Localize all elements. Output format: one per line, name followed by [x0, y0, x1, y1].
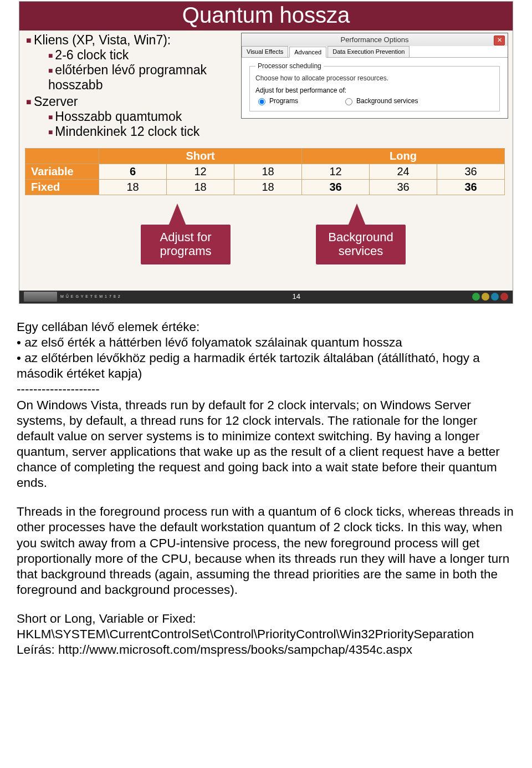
row-fixed: Fixed 18 18 18 36 36 36 [25, 179, 505, 195]
dot-icon [472, 293, 480, 301]
tab-dep[interactable]: Data Execution Prevention [328, 46, 410, 57]
footer-logotext: M Ű E G Y E T E M 1 7 8 2 [60, 294, 121, 298]
university-logo-icon [24, 292, 57, 302]
performance-options-dialog: Performance Options ✕ Visual Effects Adv… [241, 33, 508, 119]
callout-arrow-icon [168, 204, 186, 226]
dialog-tabs: Visual Effects Advanced Data Execution P… [242, 46, 508, 58]
bullet-server-ticks: Mindenkinek 12 clock tick [48, 124, 237, 139]
callouts: Adjust for programs Background services [19, 196, 513, 291]
radio-background-services[interactable]: Background services [342, 96, 418, 105]
callout-background-services: Background services [315, 224, 406, 266]
notes-en-p1: On Windows Vista, threads run by default… [17, 398, 515, 491]
dot-icon [500, 293, 508, 301]
radio-programs-input[interactable] [258, 98, 265, 105]
col-short: Short [99, 148, 302, 164]
close-icon[interactable]: ✕ [494, 35, 505, 45]
slide-footer: M Ű E G Y E T E M 1 7 8 2 14 [19, 291, 513, 303]
dot-icon [482, 293, 489, 301]
notes-hu-b1: • az első érték a háttérben lévő folyama… [17, 335, 515, 350]
row-variable: Variable 6 12 18 12 24 36 [25, 164, 505, 179]
speaker-notes: Egy cellában lévő elemek értéke: • az el… [17, 319, 515, 658]
dialog-title: Performance Options [341, 35, 409, 44]
bullet-list: Kliens (XP, Vista, Win7): 2-6 clock tick… [26, 33, 237, 140]
tab-visual-effects[interactable]: Visual Effects [242, 46, 288, 57]
footer-dots [472, 293, 508, 301]
bullet-server-longer: Hosszabb quamtumok [48, 109, 237, 124]
notes-reg-link: Leírás: http://www.microsoft.com/mspress… [17, 642, 515, 658]
tab-advanced[interactable]: Advanced [289, 47, 326, 58]
slide-title: Quantum hossza [19, 2, 513, 30]
callout-arrow-icon [348, 204, 366, 226]
slide: Quantum hossza Kliens (XP, Vista, Win7):… [19, 1, 513, 304]
quantum-table: Short Long Variable 6 12 18 12 24 36 Fix… [25, 148, 505, 195]
group-legend: Processor scheduling [255, 62, 324, 70]
notes-reg-path: HKLM\SYSTEM\CurrentControlSet\Control\Pr… [17, 627, 515, 642]
radio-services-input[interactable] [345, 98, 352, 105]
bullet-client-ticks: 2-6 clock tick [48, 48, 237, 63]
bullet-client: Kliens (XP, Vista, Win7): [34, 33, 171, 47]
callout-adjust-for-programs: Adjust for programs [140, 224, 231, 266]
processor-scheduling-group: Processor scheduling Choose how to alloc… [249, 62, 500, 111]
notes-separator: -------------------- [17, 382, 515, 397]
dot-icon [491, 293, 499, 301]
notes-en-p2: Threads in the foreground process run wi… [17, 504, 515, 598]
bullet-server: Szerver [34, 94, 78, 109]
notes-hu-intro: Egy cellában lévő elemek értéke: [17, 319, 515, 335]
notes-hu-b2: • az előtérben lévőkhöz pedig a harmadik… [17, 350, 515, 382]
col-long: Long [302, 148, 505, 164]
notes-reg-head: Short or Long, Variable or Fixed: [17, 611, 515, 627]
adjust-label: Adjust for best performance of: [255, 87, 494, 94]
bullet-client-foreground: előtérben lévő programnak hosszabb [48, 63, 237, 93]
group-desc: Choose how to allocate processor resourc… [255, 74, 494, 82]
slide-number: 14 [121, 292, 472, 301]
radio-programs[interactable]: Programs [255, 96, 298, 105]
